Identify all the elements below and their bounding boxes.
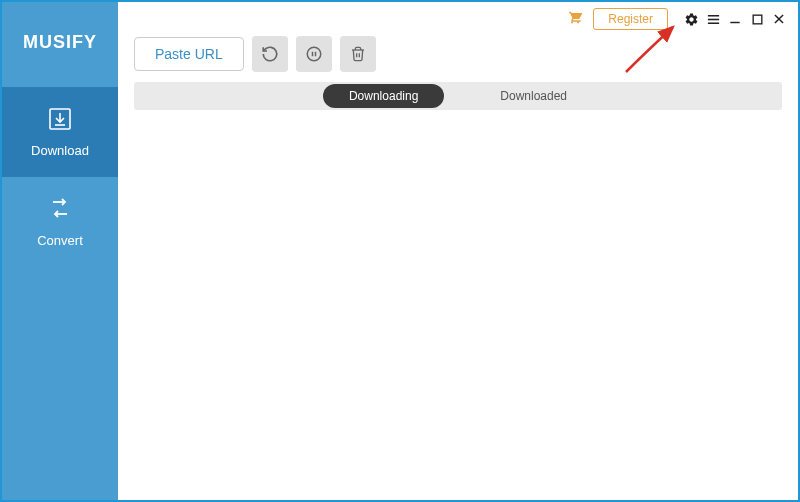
cart-icon[interactable] <box>565 9 583 29</box>
menu-icon[interactable] <box>704 10 722 28</box>
convert-arrows-icon <box>47 196 73 225</box>
sidebar-item-convert[interactable]: Convert <box>2 177 118 267</box>
sidebar: MUSIFY Download Convert <box>2 2 118 500</box>
main-area: Register <box>118 2 798 500</box>
tab-downloading[interactable]: Downloading <box>323 84 444 108</box>
annotation-arrow <box>618 22 688 77</box>
svg-point-12 <box>307 47 321 61</box>
svg-point-3 <box>571 21 573 23</box>
delete-button[interactable] <box>340 36 376 72</box>
svg-rect-9 <box>753 15 762 24</box>
minimize-icon[interactable] <box>726 10 744 28</box>
maximize-icon[interactable] <box>748 10 766 28</box>
sidebar-item-label: Download <box>31 143 89 158</box>
sidebar-item-label: Convert <box>37 233 83 248</box>
app-logo: MUSIFY <box>23 32 97 53</box>
svg-point-4 <box>577 21 579 23</box>
pause-button[interactable] <box>296 36 332 72</box>
gear-icon[interactable] <box>682 10 700 28</box>
paste-url-button[interactable]: Paste URL <box>134 37 244 71</box>
toolbar: Paste URL <box>134 36 376 72</box>
sidebar-item-download[interactable]: Download <box>2 87 118 177</box>
close-icon[interactable] <box>770 10 788 28</box>
refresh-button[interactable] <box>252 36 288 72</box>
download-box-icon <box>47 106 73 135</box>
tab-downloaded[interactable]: Downloaded <box>474 84 593 108</box>
titlebar: Register <box>565 8 788 30</box>
register-button[interactable]: Register <box>593 8 668 30</box>
tab-bar: Downloading Downloaded <box>134 82 782 110</box>
